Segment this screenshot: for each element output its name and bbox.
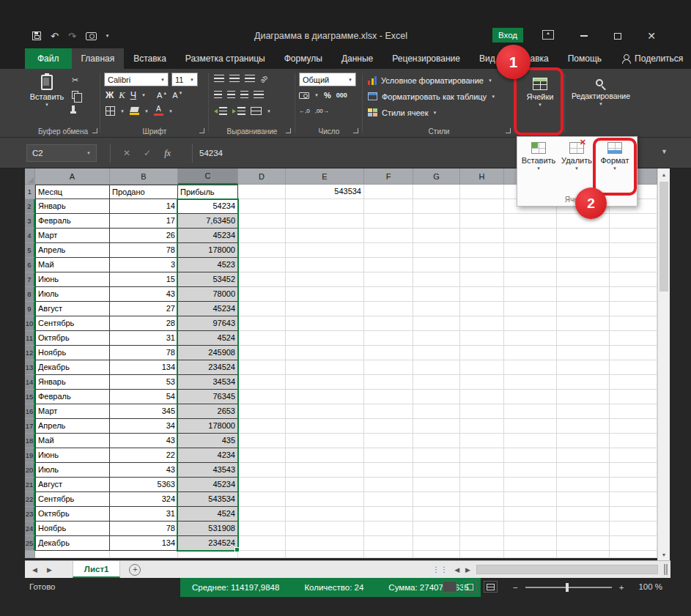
row-header-20[interactable]: 20 <box>25 463 35 478</box>
cell-F6[interactable] <box>364 258 413 272</box>
cell-D26[interactable] <box>238 551 286 558</box>
column-header-C[interactable]: C <box>178 168 238 185</box>
cell-K13[interactable] <box>610 360 657 375</box>
cell-E1[interactable]: 543534 <box>286 185 364 199</box>
cell-G3[interactable] <box>413 214 460 229</box>
cell-I24[interactable] <box>504 522 557 536</box>
cell-K10[interactable] <box>610 316 657 331</box>
camera-icon[interactable] <box>86 32 97 40</box>
align-top-icon[interactable] <box>214 75 224 83</box>
cell-K17[interactable] <box>610 419 657 434</box>
cell-B19[interactable]: 22 <box>110 448 178 463</box>
page-layout-view-icon[interactable] <box>463 581 477 593</box>
cell-D6[interactable] <box>238 258 286 272</box>
cell-H13[interactable] <box>460 360 504 375</box>
italic-button[interactable]: К <box>119 90 125 100</box>
cell-G23[interactable] <box>413 507 460 522</box>
cell-F20[interactable] <box>364 463 413 478</box>
shrink-font-button[interactable]: А▼ <box>172 91 182 100</box>
cell-C22[interactable]: 543534 <box>178 492 238 507</box>
cell-E5[interactable] <box>286 243 364 258</box>
cell-C5[interactable]: 178000 <box>178 243 238 258</box>
cell-D4[interactable] <box>238 229 286 243</box>
cell-B9[interactable]: 27 <box>110 302 178 316</box>
increase-indent-icon[interactable] <box>232 107 245 115</box>
cell-D19[interactable] <box>238 448 286 463</box>
cell-C11[interactable]: 4524 <box>178 331 238 346</box>
cell-F9[interactable] <box>364 302 413 316</box>
cell-A1[interactable]: Месяц <box>35 185 110 199</box>
column-header-D[interactable]: D <box>238 168 286 185</box>
cell-H12[interactable] <box>460 346 504 360</box>
cell-D16[interactable] <box>238 404 286 419</box>
cell-G5[interactable] <box>413 243 460 258</box>
cell-B16[interactable]: 345 <box>110 404 178 419</box>
cell-D1[interactable] <box>238 185 286 199</box>
cell-H17[interactable] <box>460 419 504 434</box>
cell-F26[interactable] <box>364 551 413 558</box>
borders-icon[interactable] <box>106 106 115 116</box>
cell-J25[interactable] <box>557 536 610 551</box>
cell-A9[interactable]: Август <box>35 302 110 316</box>
cell-G4[interactable] <box>413 229 460 243</box>
cell-B8[interactable]: 43 <box>110 287 178 302</box>
normal-view-icon[interactable] <box>443 581 457 593</box>
cell-D9[interactable] <box>238 302 286 316</box>
cell-J7[interactable] <box>557 272 610 287</box>
cell-G14[interactable] <box>413 375 460 390</box>
insert-function-icon[interactable]: fx <box>164 148 171 159</box>
cell-F10[interactable] <box>364 316 413 331</box>
cell-J5[interactable] <box>557 243 610 258</box>
cell-F14[interactable] <box>364 375 413 390</box>
zoom-slider-thumb[interactable] <box>566 583 569 592</box>
zoom-out-icon[interactable]: − <box>513 583 518 592</box>
cell-G15[interactable] <box>413 390 460 404</box>
cell-D8[interactable] <box>238 287 286 302</box>
scroll-up-icon[interactable]: ▲ <box>658 168 670 180</box>
cell-D7[interactable] <box>238 272 286 287</box>
cell-D17[interactable] <box>238 419 286 434</box>
cell-K3[interactable] <box>610 214 657 229</box>
cell-C24[interactable]: 531908 <box>178 522 238 536</box>
new-sheet-icon[interactable]: + <box>129 564 141 576</box>
bold-button[interactable]: Ж <box>106 90 114 100</box>
cell-E16[interactable] <box>286 404 364 419</box>
row-header-4[interactable]: 4 <box>25 229 35 243</box>
cell-J22[interactable] <box>557 492 610 507</box>
cell-B17[interactable]: 34 <box>110 419 178 434</box>
cell-C19[interactable]: 4234 <box>178 448 238 463</box>
cell-B24[interactable]: 78 <box>110 522 178 536</box>
cell-A14[interactable]: Январь <box>35 375 110 390</box>
cell-A15[interactable]: Февраль <box>35 390 110 404</box>
cell-A3[interactable]: Февраль <box>35 214 110 229</box>
cell-K4[interactable] <box>610 229 657 243</box>
page-break-view-icon[interactable] <box>484 581 498 593</box>
cell-A17[interactable]: Апрель <box>35 419 110 434</box>
cell-K9[interactable] <box>610 302 657 316</box>
redo-icon[interactable]: ↷ <box>68 31 76 41</box>
column-header-F[interactable]: F <box>364 168 413 185</box>
cell-D10[interactable] <box>238 316 286 331</box>
row-header-22[interactable]: 22 <box>25 492 35 507</box>
cell-C13[interactable]: 234524 <box>178 360 238 375</box>
cell-F25[interactable] <box>364 536 413 551</box>
cell-D24[interactable] <box>238 522 286 536</box>
cell-C9[interactable]: 45234 <box>178 302 238 316</box>
cell-E23[interactable] <box>286 507 364 522</box>
cell-B26[interactable] <box>110 551 178 558</box>
cell-F4[interactable] <box>364 229 413 243</box>
tab-data[interactable]: Данные <box>332 48 383 69</box>
cell-I11[interactable] <box>504 331 557 346</box>
row-header-14[interactable]: 14 <box>25 375 35 390</box>
cell-H25[interactable] <box>460 536 504 551</box>
row-header-7[interactable]: 7 <box>25 272 35 287</box>
cell-B6[interactable]: 3 <box>110 258 178 272</box>
cell-B15[interactable]: 54 <box>110 390 178 404</box>
cell-G1[interactable] <box>413 185 460 199</box>
cell-H21[interactable] <box>460 478 504 492</box>
chevron-down-icon[interactable]: ▼ <box>141 94 146 97</box>
cell-A6[interactable]: Май <box>35 258 110 272</box>
cell-F13[interactable] <box>364 360 413 375</box>
cell-E9[interactable] <box>286 302 364 316</box>
cell-J11[interactable] <box>557 331 610 346</box>
